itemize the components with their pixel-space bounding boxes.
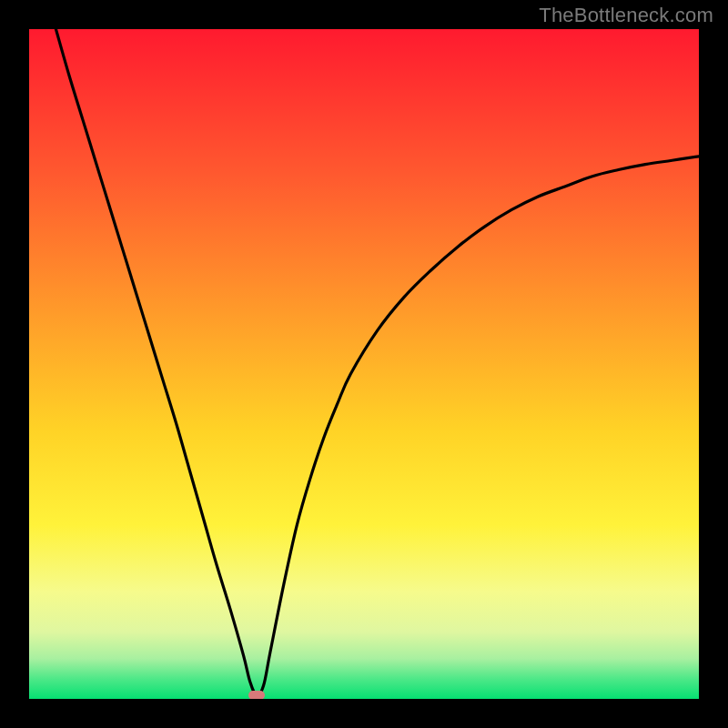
optimal-point-marker <box>248 691 265 699</box>
watermark-text: TheBottleneck.com <box>539 4 713 27</box>
bottleneck-curve <box>29 29 699 699</box>
chart-frame <box>29 29 699 699</box>
